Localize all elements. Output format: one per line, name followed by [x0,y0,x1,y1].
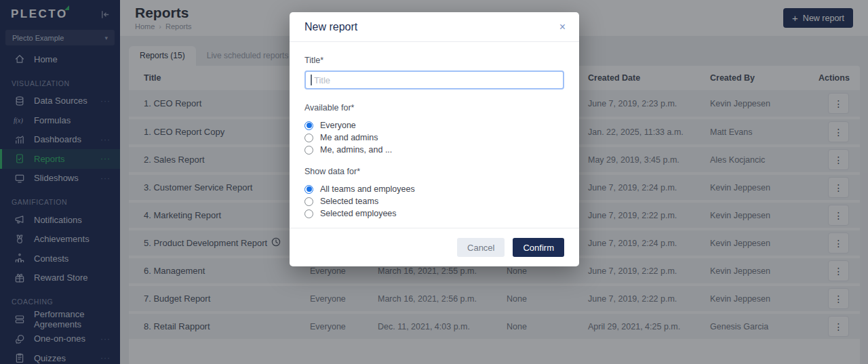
cancel-button[interactable]: Cancel [457,238,505,257]
title-input-wrap [304,70,564,89]
radio-option-label: Selected employees [320,209,397,218]
text-cursor [311,75,312,85]
radio-selected-icon [304,185,313,194]
radio-unselected-icon [304,197,313,206]
show-data-for-label: Show data for* [304,167,564,176]
modal-body: Title* Available for* EveryoneMe and adm… [290,56,579,220]
radio-option-me-admins-and[interactable]: Me, admins, and ... [304,144,564,156]
modal-title: New report [304,21,357,33]
radio-unselected-icon [304,134,313,142]
radio-option-label: Everyone [320,121,356,130]
title-field-label: Title* [304,56,564,65]
radio-option-label: Me and admins [320,133,378,142]
modal-header: New report × [290,12,579,42]
radio-option-me-and-admins[interactable]: Me and admins [304,132,564,144]
radio-option-label: Me, admins, and ... [320,145,392,155]
radio-selected-icon [304,121,313,130]
radio-option-label: All teams and employees [320,184,415,194]
radio-option-everyone[interactable]: Everyone [304,119,564,132]
confirm-button[interactable]: Confirm [513,238,564,257]
close-icon[interactable]: × [559,22,566,33]
radio-unselected-icon [304,209,313,218]
radio-option-all-teams-and-employees[interactable]: All teams and employees [304,183,564,195]
radio-option-selected-teams[interactable]: Selected teams [304,195,564,207]
radio-option-label: Selected teams [320,197,378,206]
show-data-for-radio-group: All teams and employeesSelected teamsSel… [304,183,564,220]
modal-footer: Cancel Confirm [290,228,579,266]
title-input[interactable] [304,70,564,89]
available-for-label: Available for* [304,103,564,113]
new-report-modal: New report × Title* Available for* Every… [290,12,579,266]
radio-unselected-icon [304,146,313,155]
available-for-radio-group: EveryoneMe and adminsMe, admins, and ... [304,119,564,156]
radio-option-selected-employees[interactable]: Selected employees [304,207,564,220]
